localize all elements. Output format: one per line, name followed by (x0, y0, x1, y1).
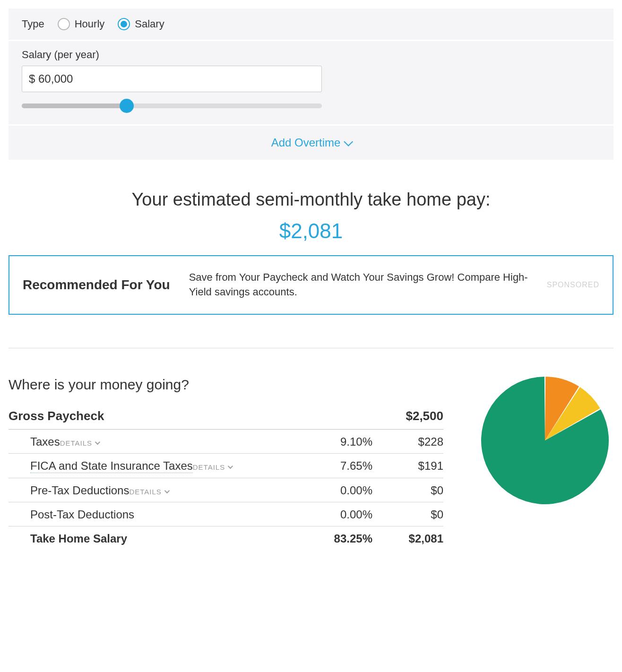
breakdown-row-name: FICA and State Insurance Taxes (30, 459, 193, 473)
breakdown-row-name: Take Home Salary (30, 532, 127, 545)
salary-slider[interactable] (22, 99, 322, 113)
chevron-down-icon (344, 137, 354, 146)
promo-card[interactable]: Recommended For You Save from Your Paych… (9, 255, 613, 315)
chevron-down-icon (228, 464, 233, 469)
chevron-down-icon (95, 439, 100, 445)
breakdown-row: FICA and State Insurance TaxesDETAILS7.6… (9, 454, 443, 478)
breakdown-row-amount: $228 (372, 435, 443, 448)
pay-type-label: Type (22, 18, 44, 30)
breakdown-row-percent: 83.25% (306, 532, 372, 545)
pay-type-hourly-label: Hourly (75, 18, 105, 30)
promo-title: Recommended For You (23, 277, 170, 293)
breakdown-row-amount: $0 (372, 484, 443, 497)
breakdown-row-percent: 0.00% (306, 484, 372, 497)
breakdown-row-name: Taxes (30, 435, 60, 448)
salary-input[interactable] (22, 66, 322, 92)
details-label: DETAILS (129, 488, 161, 496)
pay-type-hourly-radio[interactable]: Hourly (58, 18, 105, 30)
breakdown-row-name: Post-Tax Deductions (30, 508, 134, 521)
breakdown-row: Post-Tax Deductions0.00%$0 (9, 502, 443, 526)
pay-type-salary-radio[interactable]: Salary (118, 18, 164, 30)
details-toggle[interactable]: DETAILS (60, 439, 99, 447)
pay-type-radio-group: Hourly Salary (58, 18, 164, 30)
breakdown-title: Where is your money going? (9, 377, 443, 393)
breakdown-row-amount: $0 (372, 508, 443, 521)
breakdown-row-amount: $191 (372, 459, 443, 473)
money-pie-chart (481, 377, 609, 504)
breakdown-row-percent: 9.10% (306, 435, 372, 448)
details-label: DETAILS (60, 439, 92, 447)
breakdown-row-percent: 0.00% (306, 508, 372, 521)
promo-sponsored-label: SPONSORED (547, 281, 599, 289)
breakdown-row: TaxesDETAILS9.10%$228 (9, 430, 443, 454)
gross-paycheck-amount: $2,500 (406, 409, 443, 423)
gross-paycheck-label: Gross Paycheck (9, 409, 104, 423)
estimate-amount: $2,081 (9, 219, 613, 243)
breakdown-row: Take Home Salary83.25%$2,081 (9, 526, 443, 550)
chevron-down-icon (164, 488, 170, 493)
details-toggle[interactable]: DETAILS (193, 463, 232, 471)
salary-label: Salary (per year) (22, 49, 600, 61)
breakdown-row-percent: 7.65% (306, 459, 372, 473)
breakdown-row-amount: $2,081 (372, 532, 443, 545)
pay-type-salary-label: Salary (135, 18, 164, 30)
promo-text: Save from Your Paycheck and Watch Your S… (189, 270, 528, 300)
add-overtime-label: Add Overtime (271, 136, 341, 149)
add-overtime-link[interactable]: Add Overtime (271, 136, 351, 149)
details-label: DETAILS (193, 463, 225, 471)
section-divider (9, 348, 613, 348)
breakdown-row: Pre-Tax DeductionsDETAILS0.00%$0 (9, 478, 443, 502)
estimate-title: Your estimated semi-monthly take home pa… (9, 190, 613, 210)
breakdown-row-name: Pre-Tax Deductions (30, 484, 129, 497)
details-toggle[interactable]: DETAILS (129, 488, 168, 496)
